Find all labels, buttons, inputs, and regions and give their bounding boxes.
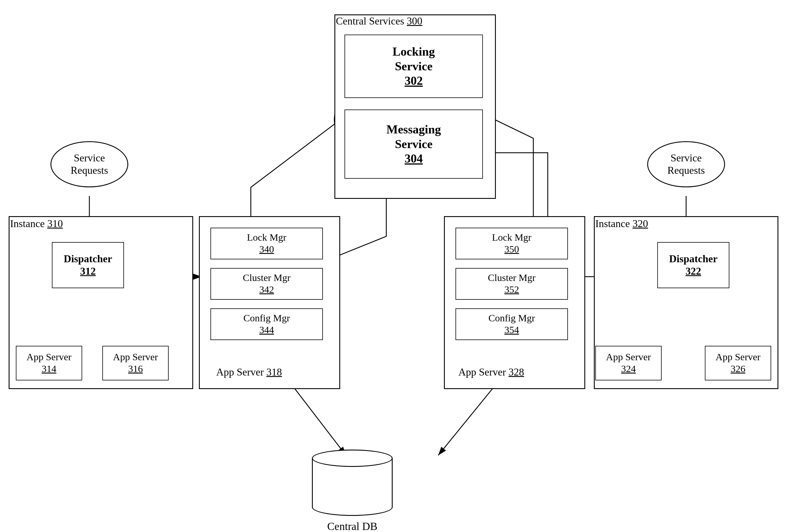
dispatcher-312-label: Dispatcher bbox=[64, 253, 112, 265]
lock-mgr-340-label: Lock Mgr bbox=[247, 232, 286, 243]
dispatcher-322-box: Dispatcher 322 bbox=[657, 242, 729, 288]
app-server-314-number: 314 bbox=[42, 363, 56, 375]
cyl-body bbox=[312, 458, 392, 516]
app-server-326-label: App Server bbox=[715, 351, 760, 363]
cluster-mgr-352-box: Cluster Mgr 352 bbox=[455, 268, 568, 300]
lock-mgr-340-number: 340 bbox=[259, 243, 274, 255]
cluster-mgr-342-label: Cluster Mgr bbox=[243, 272, 290, 284]
app-server-318-label: App Server 318 bbox=[216, 366, 282, 378]
central-db-label: Central DB330 bbox=[327, 519, 377, 532]
messaging-service-number: 304 bbox=[405, 151, 423, 166]
cluster-mgr-352-label: Cluster Mgr bbox=[488, 272, 535, 284]
app-server-324-label: App Server bbox=[606, 351, 651, 363]
dispatcher-322-label: Dispatcher bbox=[669, 253, 717, 265]
config-mgr-354-number: 354 bbox=[505, 324, 519, 336]
lock-mgr-350-label: Lock Mgr bbox=[492, 232, 532, 243]
locking-service-box: LockingService 302 bbox=[345, 34, 483, 98]
cyl-top bbox=[312, 450, 392, 467]
config-mgr-344-box: Config Mgr 344 bbox=[210, 308, 323, 340]
instance-310-label: Instance 310 bbox=[10, 218, 63, 230]
diagram: Central Services 300 LockingService 302 … bbox=[0, 0, 785, 532]
dispatcher-312-number: 312 bbox=[80, 265, 96, 277]
dispatcher-322-number: 322 bbox=[686, 265, 701, 277]
app-server-316-label: App Server bbox=[113, 351, 158, 363]
instance-320-label: Instance 320 bbox=[595, 218, 648, 230]
service-requests-right: ServiceRequests bbox=[647, 141, 725, 187]
service-requests-left: ServiceRequests bbox=[50, 141, 128, 187]
central-services-label: Central Services 300 bbox=[336, 15, 422, 27]
config-mgr-354-box: Config Mgr 354 bbox=[455, 308, 568, 340]
config-mgr-344-label: Config Mgr bbox=[243, 312, 290, 324]
app-server-326-number: 326 bbox=[731, 363, 745, 375]
app-server-316-box: App Server 316 bbox=[102, 346, 169, 380]
config-mgr-344-number: 344 bbox=[259, 324, 274, 336]
messaging-service-label: MessagingService bbox=[387, 122, 441, 151]
app-server-314-box: App Server 314 bbox=[16, 346, 82, 380]
app-server-326-box: App Server 326 bbox=[705, 346, 771, 380]
cluster-mgr-342-box: Cluster Mgr 342 bbox=[210, 268, 323, 300]
lock-mgr-340-box: Lock Mgr 340 bbox=[210, 228, 323, 259]
app-server-316-number: 316 bbox=[128, 363, 143, 375]
lock-mgr-350-box: Lock Mgr 350 bbox=[455, 228, 568, 259]
locking-service-label: LockingService bbox=[392, 44, 435, 74]
app-server-314-label: App Server bbox=[27, 351, 72, 363]
service-requests-left-label: ServiceRequests bbox=[71, 152, 108, 177]
cluster-mgr-342-number: 342 bbox=[259, 284, 274, 296]
app-server-324-number: 324 bbox=[621, 363, 636, 375]
lock-mgr-350-number: 350 bbox=[505, 243, 519, 255]
messaging-service-box: MessagingService 304 bbox=[345, 109, 483, 179]
service-requests-right-label: ServiceRequests bbox=[667, 152, 705, 177]
cluster-mgr-352-number: 352 bbox=[505, 284, 519, 296]
central-db-cylinder: Central DB330 bbox=[312, 450, 392, 532]
locking-service-number: 302 bbox=[405, 74, 423, 88]
app-server-328-label: App Server 328 bbox=[458, 366, 524, 378]
config-mgr-354-label: Config Mgr bbox=[488, 312, 535, 324]
dispatcher-312-box: Dispatcher 312 bbox=[52, 242, 124, 288]
app-server-324-box: App Server 324 bbox=[595, 346, 662, 380]
